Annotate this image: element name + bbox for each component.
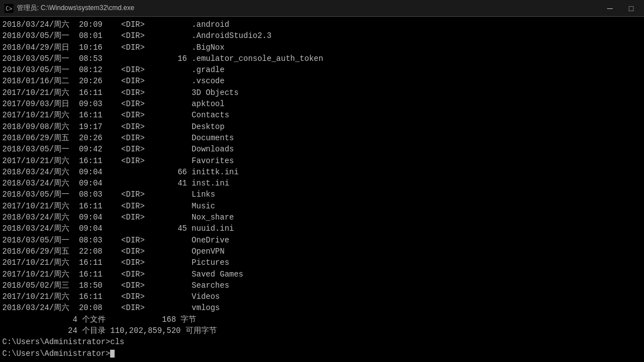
svg-text:C>: C> [6,6,12,12]
terminal-line: 2018/03/05/周一 08:12 <DIR> .gradle [2,64,642,75]
terminal-line: 24 个目录 110,202,859,520 可用字节 [2,325,642,336]
terminal-line: 2018/03/05/周一 08:53 16 .emulator_console… [2,53,642,64]
terminal-line: 2018/03/05/周一 08:03 <DIR> Links [2,189,642,200]
terminal-line: 2017/10/21/周六 16:11 <DIR> Favorites [2,155,642,166]
terminal-line: 2018/03/24/周六 09:04 41 inst.ini [2,178,642,189]
terminal-line: 2017/10/21/周六 16:11 <DIR> Pictures [2,257,642,268]
cursor [110,350,115,358]
title-bar-controls: ─ □ [602,2,640,15]
terminal-line: 2018/03/05/周一 09:42 <DIR> Downloads [2,144,642,155]
title-bar-text: 管理员: C:\Windows\system32\cmd.exe [17,3,134,13]
terminal-line: 2018/03/24/周六 20:08 <DIR> vmlogs [2,302,642,313]
cmd-icon: C> [4,4,13,13]
terminal-line: 2017/10/21/周六 16:11 <DIR> Videos [2,291,642,302]
terminal-line: 2018/03/05/周一 08:01 <DIR> .AndroidStudio… [2,30,642,41]
minimize-button[interactable]: ─ [602,2,618,15]
terminal-line: 2017/10/21/周六 16:11 <DIR> Contacts [2,109,642,121]
terminal-line: 2018/06/29/周五 22:08 <DIR> OpenVPN [2,246,642,257]
terminal-line: 2018/09/08/周六 19:17 <DIR> Desktop [2,121,642,132]
terminal-line: 4 个文件 168 字节 [2,314,642,325]
title-bar: C> 管理员: C:\Windows\system32\cmd.exe ─ □ [0,0,644,17]
terminal-line: 2018/03/24/周六 09:04 66 inittk.ini [2,166,642,178]
terminal-line: 2018/03/05/周一 08:03 <DIR> OneDrive [2,235,642,246]
terminal-line: 2017/10/21/周六 16:11 <DIR> Music [2,201,642,212]
terminal-line: C:\Users\Administrator>cls [2,336,642,347]
terminal-line: 2018/04/29/周日 10:16 <DIR> .BigNox [2,42,642,53]
terminal-body: 2018/03/24/周六 20:09 <DIR> .android2018/0… [0,17,644,362]
terminal-line: 2018/06/29/周五 20:26 <DIR> Documents [2,132,642,144]
maximize-button[interactable]: □ [623,2,640,15]
terminal-line: 2018/05/02/周三 18:50 <DIR> Searches [2,280,642,291]
terminal-line: 2017/10/21/周六 16:11 <DIR> 3D Objects [2,87,642,98]
terminal-line: 2018/01/16/周二 20:26 <DIR> .vscode [2,75,642,87]
terminal-line: 2017/09/03/周日 09:03 <DIR> apktool [2,98,642,109]
terminal-line: 2018/03/24/周六 09:04 <DIR> Nox_share [2,212,642,223]
terminal-line: 2017/10/21/周六 16:11 <DIR> Saved Games [2,269,642,280]
title-bar-left: C> 管理员: C:\Windows\system32\cmd.exe [4,3,134,13]
terminal-line: 2018/03/24/周六 09:04 45 nuuid.ini [2,223,642,234]
cursor-line[interactable]: C:\Users\Administrator> [2,348,642,359]
terminal-line: 2018/03/24/周六 20:09 <DIR> .android [2,19,642,30]
